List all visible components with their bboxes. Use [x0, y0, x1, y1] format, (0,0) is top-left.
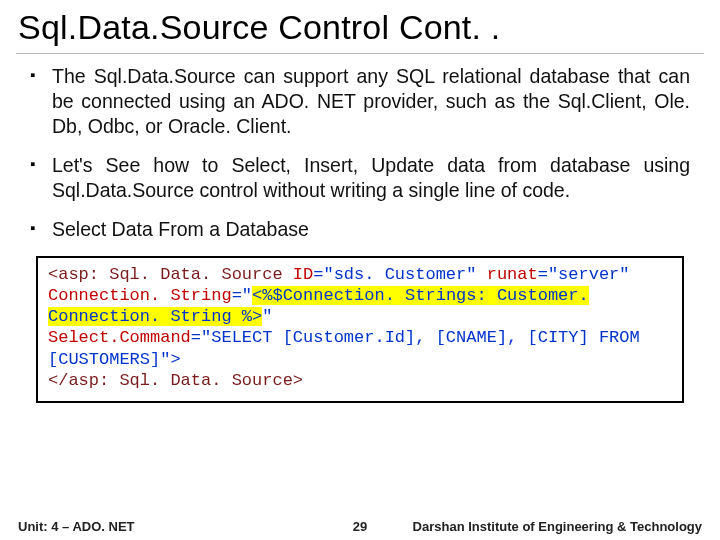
title-divider [16, 53, 704, 54]
footer-right: Darshan Institute of Engineering & Techn… [413, 519, 702, 534]
code-open-tag: <asp: Sql. Data. Source [48, 265, 293, 284]
code-block: <asp: Sql. Data. Source ID="sds. Custome… [36, 256, 684, 404]
code-attr-id: ID [293, 265, 313, 284]
bullet-item: The Sql.Data.Source can support any SQL … [30, 64, 690, 139]
slide-footer: Unit: 4 – ADO. NET 29 Darshan Institute … [0, 519, 720, 534]
footer-page-number: 29 [353, 519, 367, 534]
code-val-id: ="sds. Customer" [313, 265, 486, 284]
bullet-item: Select Data From a Database [30, 217, 690, 242]
code-attr-sel: Select.Command [48, 328, 191, 347]
slide-title: Sql.Data.Source Control Cont. . [0, 0, 720, 53]
slide: Sql.Data.Source Control Cont. . The Sql.… [0, 0, 720, 540]
slide-body: The Sql.Data.Source can support any SQL … [0, 64, 720, 403]
code-attr-conn: Connection. String [48, 286, 232, 305]
bullet-list: The Sql.Data.Source can support any SQL … [30, 64, 690, 242]
code-val-conn-post: " [262, 307, 272, 326]
code-attr-runat: runat [487, 265, 538, 284]
code-close-tag: </asp: Sql. Data. Source> [48, 371, 303, 390]
code-val-conn-pre: =" [232, 286, 252, 305]
code-val-runat: ="server" [538, 265, 630, 284]
footer-left: Unit: 4 – ADO. NET [18, 519, 135, 534]
bullet-item: Let's See how to Select, Insert, Update … [30, 153, 690, 203]
